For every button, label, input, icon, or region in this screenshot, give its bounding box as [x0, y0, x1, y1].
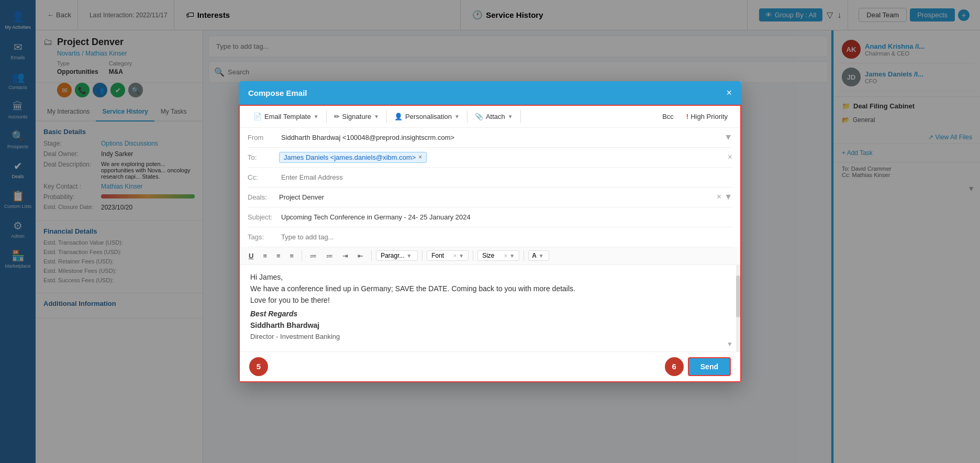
- toolbar-separator-4: [473, 250, 473, 261]
- deals-label: Deals:: [248, 193, 279, 201]
- deals-value: Project Denver: [279, 193, 714, 201]
- to-clear-icon[interactable]: ×: [728, 152, 732, 162]
- body-line2: Love for you to be there!: [250, 296, 730, 304]
- greeting-text: Hi James,: [250, 273, 730, 281]
- to-recipients-area: James Daniels <james.daniels@xibm.com> ×: [279, 152, 725, 163]
- signature-chevron-icon: ▼: [374, 114, 379, 119]
- from-value: Siddharth Bhardwaj <100048@preprod.insig…: [279, 133, 721, 142]
- to-field-row: To: James Daniels <james.daniels@xibm.co…: [248, 148, 732, 168]
- signature-button[interactable]: ✏ Signature ▼: [327, 110, 387, 123]
- recipient-tag-james: James Daniels <james.daniels@xibm.com> ×: [279, 152, 427, 163]
- align-center-button[interactable]: ≡: [273, 250, 284, 261]
- subject-field-row: Subject:: [248, 207, 732, 227]
- body-scroll-down[interactable]: ▼: [727, 339, 733, 348]
- font-clear-icon[interactable]: ×: [453, 252, 456, 259]
- from-chevron-icon[interactable]: ▼: [724, 133, 732, 142]
- from-field-row: From Siddharth Bhardwaj <100048@preprod.…: [248, 128, 732, 148]
- modal-close-button[interactable]: ×: [726, 87, 732, 98]
- toolbar-separator-3: [422, 250, 422, 261]
- email-fields: From Siddharth Bhardwaj <100048@preprod.…: [240, 128, 740, 247]
- bullet-list-button[interactable]: ≔: [306, 250, 320, 261]
- toolbar-separator-2: [371, 250, 372, 261]
- font-color-icon: A: [532, 252, 537, 259]
- deals-chevron-icon[interactable]: ▼: [724, 192, 732, 202]
- email-template-button[interactable]: 📄 Email Template ▼: [246, 110, 327, 123]
- cc-field-row: Cc:: [248, 168, 732, 188]
- attach-icon: 📎: [475, 113, 483, 120]
- font-color-chevron-icon: ▼: [539, 253, 544, 259]
- font-select[interactable]: Font × ▼: [427, 250, 469, 261]
- personalisation-chevron-icon: ▼: [454, 114, 460, 119]
- rich-text-toolbar: U ≡ ≡ ≡ ≔ ≔ ⇥ ⇤ Paragr... ▼ Font × ▼: [240, 247, 740, 265]
- align-right-button[interactable]: ≡: [286, 250, 298, 261]
- size-select[interactable]: Size × ▼: [477, 250, 519, 261]
- modal-overlay[interactable]: Compose Email × 📄 Email Template ▼ ✏ Sig…: [0, 0, 980, 463]
- email-toolbar: 📄 Email Template ▼ ✏ Signature ▼ 👤 Perso…: [240, 106, 740, 128]
- send-button[interactable]: Send: [688, 357, 731, 376]
- toolbar-separator-1: [302, 250, 302, 261]
- toolbar-separator-5: [524, 250, 524, 261]
- tags-label: Tags:: [248, 233, 279, 241]
- body-line1: We have a conference lined up in Germany…: [250, 284, 730, 293]
- high-priority-button[interactable]: ! High Priority: [680, 110, 734, 123]
- step-5-badge: 5: [249, 357, 268, 376]
- template-icon: 📄: [253, 113, 262, 120]
- paragraph-select[interactable]: Paragr... ▼: [376, 250, 418, 261]
- footer-right: 6 Send: [665, 357, 731, 376]
- sig-role-text: Director - Investment Banking: [250, 333, 730, 340]
- chevron-down-body-icon: ▼: [727, 340, 733, 348]
- email-body[interactable]: Hi James, We have a conference lined up …: [240, 265, 740, 351]
- modal-footer: 5 6 Send: [240, 351, 740, 381]
- size-chevron-icon: ▼: [509, 253, 515, 259]
- paragraph-chevron-icon: ▼: [407, 253, 412, 259]
- email-body-container: Hi James, We have a conference lined up …: [240, 265, 740, 351]
- attach-chevron-icon: ▼: [508, 114, 513, 119]
- modal-header: Compose Email ×: [239, 81, 741, 105]
- deals-field-row: Deals: Project Denver × ▼: [248, 188, 732, 207]
- tags-input[interactable]: [279, 232, 732, 242]
- modal-body: 📄 Email Template ▼ ✏ Signature ▼ 👤 Perso…: [239, 105, 741, 382]
- signature-block: Best Regards Siddharth Bhardwaj Director…: [250, 310, 730, 340]
- subject-label: Subject:: [248, 213, 279, 221]
- subject-input[interactable]: [279, 212, 732, 222]
- indent-button[interactable]: ⇥: [339, 250, 352, 261]
- priority-icon: !: [686, 113, 688, 120]
- bcc-button[interactable]: Bcc: [656, 110, 680, 123]
- font-color-select[interactable]: A ▼: [528, 250, 549, 261]
- cc-input[interactable]: [279, 172, 732, 182]
- personalisation-button[interactable]: 👤 Personalisation ▼: [387, 110, 467, 123]
- attach-button[interactable]: 📎 Attach ▼: [467, 110, 521, 123]
- sig-name-text: Siddharth Bhardwaj: [250, 321, 730, 329]
- personalisation-icon: 👤: [394, 113, 403, 120]
- tags-field-row: Tags:: [248, 227, 732, 247]
- font-chevron-icon: ▼: [459, 253, 464, 259]
- sig-italic-text: Best Regards: [250, 310, 730, 318]
- modal-title: Compose Email: [248, 89, 307, 97]
- compose-email-modal: Compose Email × 📄 Email Template ▼ ✏ Sig…: [239, 81, 741, 382]
- body-scrollbar[interactable]: [736, 265, 740, 351]
- from-label: From: [248, 134, 279, 141]
- step-6-badge: 6: [665, 357, 684, 376]
- align-left-button[interactable]: ≡: [259, 250, 271, 261]
- body-scrollbar-thumb: [736, 275, 740, 317]
- signature-icon: ✏: [334, 113, 340, 120]
- remove-recipient-icon[interactable]: ×: [418, 153, 422, 161]
- cc-label: Cc:: [248, 173, 279, 181]
- deals-clear-icon[interactable]: ×: [717, 192, 721, 202]
- template-chevron-icon: ▼: [314, 114, 319, 119]
- size-clear-icon[interactable]: ×: [504, 252, 507, 259]
- to-label: To:: [248, 153, 279, 161]
- underline-button[interactable]: U: [245, 250, 257, 261]
- num-list-button[interactable]: ≔: [322, 250, 337, 261]
- outdent-button[interactable]: ⇤: [354, 250, 367, 261]
